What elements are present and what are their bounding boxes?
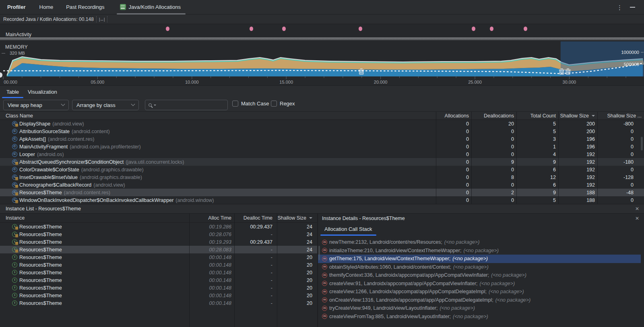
instance-row[interactable]: iResources$Theme00:28.076-24 <box>0 230 317 238</box>
class-row[interactable]: CAbstractQueuedSynchronizer$ConditionObj… <box>0 158 644 166</box>
allocation-stack-badge-icon <box>15 227 18 230</box>
class-row[interactable]: CApkAssets[](android.content.res)0031960 <box>0 135 644 143</box>
instance-row[interactable]: iResources$Theme00:00.148-20 <box>0 292 317 299</box>
stack-frame-package: (<no package>) <box>453 264 489 270</box>
instance-table-body: iResources$Theme00:19.28600:29.43724iRes… <box>0 223 317 307</box>
regex-checkbox[interactable] <box>271 101 277 107</box>
menu-past-recordings[interactable]: Past Recordings <box>64 4 106 10</box>
class-package: (android.com.java.profilertester) <box>70 144 140 150</box>
alloc-time-cell: 00:00.148 <box>190 262 235 268</box>
class-row[interactable]: CInsetDrawable$InsetValue(android.graphi… <box>0 173 644 181</box>
instance-name-cell: iResources$Theme <box>0 293 190 298</box>
close-instance-details-icon[interactable]: ✕ <box>635 216 639 221</box>
instance-row[interactable]: iResources$Theme00:28.083-24 <box>0 246 317 253</box>
search-box[interactable] <box>145 100 228 110</box>
column-divider <box>436 112 436 204</box>
stack-frame[interactable]: minitializeTheme:210, Landroid/view/Cont… <box>318 247 644 255</box>
class-row[interactable]: CLooper(android.os)0041920 <box>0 150 644 158</box>
instance-row[interactable]: iResources$Theme00:00.148-20 <box>0 284 317 292</box>
column-allocations[interactable]: Allocations <box>436 113 471 119</box>
instance-name: Resources$Theme <box>19 232 62 237</box>
menu-profiler[interactable]: Profiler <box>6 4 27 10</box>
total-count-cell: 1 <box>516 144 558 150</box>
selection-region[interactable] <box>561 41 644 76</box>
instance-name: Resources$Theme <box>19 247 62 253</box>
allocations-cell: 0 <box>436 152 471 157</box>
allocation-stack-badge-icon <box>15 250 18 253</box>
tab-visualization[interactable]: Visualization <box>23 86 62 98</box>
heap-dropdown[interactable]: View app heap <box>3 100 69 110</box>
stack-frame[interactable]: monCreateView:1316, Landroidx/appcompat/… <box>318 296 644 304</box>
stack-frame[interactable]: mcreateViewFromTag:885, Landroid/view/La… <box>318 313 644 321</box>
dealloc-time-cell: - <box>235 247 277 253</box>
column-total-count[interactable]: Total Count <box>516 113 558 119</box>
instance-list-panel: Instance Alloc Time Dealloc Time Shallow… <box>0 214 317 327</box>
match-case-checkbox[interactable] <box>232 101 238 107</box>
allocation-stack-badge-icon <box>15 193 18 195</box>
method-icon: m <box>322 289 327 294</box>
instance-icon: i <box>12 285 17 290</box>
class-row[interactable]: CMainActivityFragment(android.com.java.p… <box>0 143 644 150</box>
allocations-cell: 0 <box>436 167 471 173</box>
timeline-axis: 00.00005.00010.00015.00020.00025.00030.0… <box>0 76 644 86</box>
shallow-size-change-cell: 0 <box>597 144 644 150</box>
zoom-to-range-icon[interactable]: |↔| <box>99 17 105 22</box>
method-icon: m <box>322 240 327 245</box>
column-instance-shallow-size[interactable]: Shallow Size <box>277 215 317 221</box>
class-row[interactable]: CWindowOnBackInvokedDispatcher$OnBackInv… <box>0 196 644 204</box>
column-class-name[interactable]: Class Name <box>0 113 436 119</box>
column-instance[interactable]: Instance <box>0 215 190 221</box>
stack-frame[interactable]: mcreateView:1266, Landroidx/appcompat/ap… <box>318 288 644 296</box>
class-name: Choreographer$CallbackRecord <box>19 182 91 188</box>
stack-frame-text: initializeTheme:210, Landroid/view/Conte… <box>329 248 461 253</box>
instance-row[interactable]: iResources$Theme00:00.148-20 <box>0 261 317 269</box>
more-options-icon[interactable]: ⋮ <box>617 4 623 10</box>
column-shallow-size[interactable]: Shallow Size <box>558 113 597 119</box>
tab-table[interactable]: Table <box>2 86 23 98</box>
column-shallow-size-change[interactable]: Shallow Size ... <box>597 113 644 119</box>
call-stack-list: mnewTheme:2132, Landroid/content/res/Res… <box>318 238 644 321</box>
column-divider <box>277 214 277 327</box>
stack-frame[interactable]: mtryCreateView:949, Landroid/view/Layout… <box>318 304 644 313</box>
instance-row[interactable]: iResources$Theme00:00.148-20 <box>0 269 317 276</box>
arrange-dropdown[interactable]: Arrange by class <box>72 100 139 110</box>
shallow-size-change-cell: -180 <box>597 159 644 165</box>
tab-allocation-call-stack[interactable]: Allocation Call Stack <box>324 226 372 236</box>
instance-shallow-size-cell: 20 <box>277 278 317 283</box>
search-options-icon[interactable] <box>154 105 156 106</box>
stack-frame[interactable]: mcreateView:91, Landroidx/appcompat/app/… <box>318 280 644 288</box>
search-input[interactable] <box>157 102 228 108</box>
stack-frame[interactable]: mobtainStyledAttributes:1060, Landroid/c… <box>318 263 644 271</box>
stack-frame[interactable]: mgetTheme:175, Landroid/view/ContextThem… <box>318 255 641 263</box>
method-icon: m <box>322 297 327 302</box>
class-row[interactable]: CColorDrawable$ColorState(android.graphi… <box>0 166 644 173</box>
class-row[interactable]: CAttributionSourceState(android.content)… <box>0 128 644 135</box>
stack-frame[interactable]: mthemifyContext:336, Landroidx/appcompat… <box>318 271 644 280</box>
stack-frame[interactable]: mnewTheme:2132, Landroid/content/res/Res… <box>318 238 644 247</box>
menu-home[interactable]: Home <box>38 4 55 10</box>
instance-row[interactable]: iResources$Theme00:00.148-20 <box>0 299 317 307</box>
deallocations-cell: 0 <box>471 197 516 203</box>
column-dealloc-time[interactable]: Dealloc Time <box>235 215 277 221</box>
memory-area-chart[interactable]: 1000000500000 <box>0 41 644 76</box>
instance-row[interactable]: iResources$Theme00:00.148-20 <box>0 276 317 284</box>
call-stack-scrollbar[interactable] <box>318 246 320 260</box>
instance-row[interactable]: iResources$Theme00:00.148-20 <box>0 253 317 261</box>
class-row[interactable]: CResources$Theme(android.content.res)029… <box>0 189 644 196</box>
class-row[interactable]: CDisplayShape(android.view)0205200-800 <box>0 120 644 128</box>
class-row[interactable]: CChoreographer$CallbackRecord(android.vi… <box>0 181 644 189</box>
regex-option[interactable]: Regex <box>271 101 295 107</box>
instance-shallow-size-cell: 20 <box>277 285 317 291</box>
tab-java-kotlin-allocations[interactable]: Java/Kotlin Allocations <box>116 0 186 14</box>
instance-row[interactable]: iResources$Theme00:19.28600:29.43724 <box>0 223 317 230</box>
class-icon: C <box>12 136 17 142</box>
match-case-option[interactable]: Match Case <box>232 101 269 107</box>
close-instance-list-icon[interactable]: ✕ <box>635 206 639 212</box>
instance-row[interactable]: iResources$Theme00:19.29300:29.43724 <box>0 238 317 246</box>
class-table-scrollbar[interactable] <box>641 137 643 150</box>
hide-window-icon[interactable] <box>630 7 635 8</box>
column-deallocations[interactable]: Deallocations <box>471 113 516 119</box>
column-alloc-time[interactable]: Alloc Time <box>190 215 235 221</box>
view-tabs: Table Visualization <box>0 86 644 98</box>
stack-frame-text: newTheme:2132, Landroid/content/res/Reso… <box>329 239 442 245</box>
